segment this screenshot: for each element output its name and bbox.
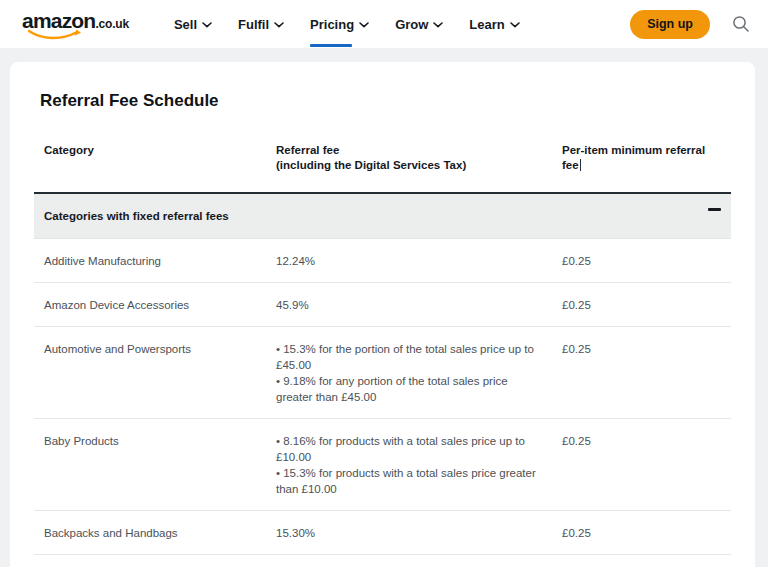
fee-line: 45.9% xyxy=(276,297,542,313)
content-card: Referral Fee Schedule Category Referral … xyxy=(10,62,755,567)
column-header-referral-fee-line1: Referral fee xyxy=(276,143,542,158)
fee-line: • 15.3% for the portion of the total sal… xyxy=(276,341,542,373)
table-header-row: Category Referral fee (including the Dig… xyxy=(34,143,731,194)
nav-item-label: Sell xyxy=(174,17,197,32)
min-fee-cell: £0.25 xyxy=(552,419,731,462)
fee-line: 15.30% xyxy=(276,525,542,541)
chevron-down-icon xyxy=(510,22,520,28)
column-header-referral-fee: Referral fee (including the Digital Serv… xyxy=(266,143,552,192)
nav-item-label: Learn xyxy=(469,17,504,32)
min-fee-cell: £0.25 xyxy=(552,283,731,326)
nav-item-learn[interactable]: Learn xyxy=(460,0,528,48)
topbar-right-actions: Sign up xyxy=(630,10,752,39)
column-header-min-fee: Per-item minimum referral fee xyxy=(552,143,731,192)
table-row: Backpacks and Handbags 15.30% £0.25 xyxy=(34,511,731,555)
search-button[interactable] xyxy=(730,13,752,35)
table-row: Beauty, Health, and Personal Care* • 8.1… xyxy=(34,555,731,567)
table-row: Automotive and Powersports • 15.3% for t… xyxy=(34,327,731,419)
nav-item-grow[interactable]: Grow xyxy=(386,0,452,48)
min-fee-cell: £0.25 xyxy=(552,511,731,554)
column-header-category: Category xyxy=(34,143,266,177)
column-header-referral-fee-line2: (including the Digital Services Tax) xyxy=(276,158,542,173)
page-title: Referral Fee Schedule xyxy=(40,90,731,112)
search-icon xyxy=(732,15,750,33)
min-fee-cell: £0.25 xyxy=(552,239,731,282)
nav-item-label: Grow xyxy=(395,17,428,32)
chevron-down-icon xyxy=(433,22,443,28)
referral-fee-cell: • 15.3% for the portion of the total sal… xyxy=(266,327,552,418)
fee-line: • 8.16% for products with a total sales … xyxy=(276,433,542,465)
nav-item-sell[interactable]: Sell xyxy=(165,0,221,48)
category-cell: Backpacks and Handbags xyxy=(34,511,266,554)
minus-icon xyxy=(708,208,721,211)
table-row: Amazon Device Accessories 45.9% £0.25 xyxy=(34,283,731,327)
category-cell: Amazon Device Accessories xyxy=(34,283,266,326)
category-cell: Additive Manufacturing xyxy=(34,239,266,282)
table-row: Additive Manufacturing 12.24% £0.25 xyxy=(34,239,731,283)
referral-fee-table: Category Referral fee (including the Dig… xyxy=(34,143,731,567)
referral-fee-cell: • 8.16% for products with a total sales … xyxy=(266,419,552,510)
referral-fee-cell: • 8.16% for products with a total sales … xyxy=(266,555,552,567)
referral-fee-cell: 15.30% xyxy=(266,511,552,554)
min-fee-cell: £0.25 xyxy=(552,327,731,370)
nav-item-label: Fulfil xyxy=(238,17,269,32)
fee-line: 12.24% xyxy=(276,253,542,269)
section-label: Categories with fixed referral fees xyxy=(34,194,552,238)
amazon-smile-icon xyxy=(27,29,83,41)
amazon-logo[interactable]: amazon .co.uk xyxy=(22,10,129,38)
sign-up-button[interactable]: Sign up xyxy=(630,10,710,39)
referral-fee-cell: 12.24% xyxy=(266,239,552,282)
fee-line: • 9.18% for any portion of the total sal… xyxy=(276,373,542,405)
category-cell: Beauty, Health, and Personal Care* xyxy=(34,555,266,567)
table-row: Baby Products • 8.16% for products with … xyxy=(34,419,731,511)
collapse-toggle[interactable] xyxy=(552,194,731,225)
chevron-down-icon xyxy=(274,22,284,28)
nav-item-fulfil[interactable]: Fulfil xyxy=(229,0,293,48)
amazon-logo-suffix: .co.uk xyxy=(95,17,128,31)
chevron-down-icon xyxy=(202,22,212,28)
main-nav: Sell Fulfil Pricing Grow Learn xyxy=(165,0,529,48)
top-navigation-bar: amazon .co.uk Sell Fulfil Pricing Grow L… xyxy=(0,0,768,48)
category-cell: Baby Products xyxy=(34,419,266,462)
nav-item-pricing[interactable]: Pricing xyxy=(301,0,378,48)
nav-item-label: Pricing xyxy=(310,17,354,32)
section-row-fixed-referral-fees[interactable]: Categories with fixed referral fees xyxy=(34,194,731,239)
referral-fee-cell: 45.9% xyxy=(266,283,552,326)
min-fee-cell: £0.25 xyxy=(552,555,731,567)
text-cursor xyxy=(580,159,581,171)
column-header-min-fee-label: Per-item minimum referral fee xyxy=(562,144,705,171)
fee-line: • 15.3% for products with a total sales … xyxy=(276,465,542,497)
chevron-down-icon xyxy=(359,22,369,28)
category-cell: Automotive and Powersports xyxy=(34,327,266,370)
